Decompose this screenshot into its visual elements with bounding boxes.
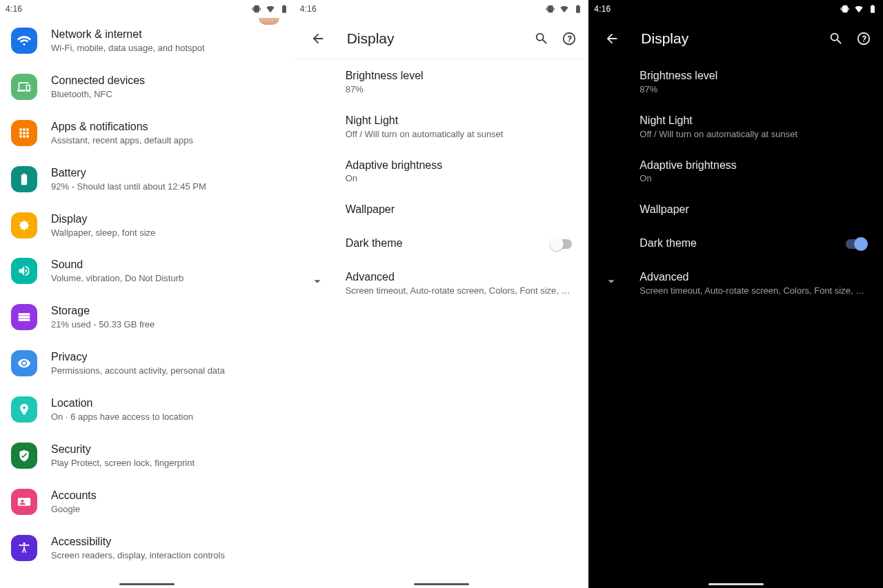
- display-item-nightlight[interactable]: Night LightOff / Will turn on automatica…: [295, 104, 589, 149]
- settings-item-battery[interactable]: Battery92% - Should last until about 12:…: [0, 156, 295, 203]
- storage-icon: [11, 304, 37, 330]
- display-item-title: Adaptive brightness: [639, 159, 871, 173]
- page-title: Display: [332, 30, 528, 47]
- settings-item-sound[interactable]: SoundVolume, vibration, Do Not Disturb: [0, 248, 295, 294]
- display-item-title: Advanced: [639, 270, 871, 285]
- nav-pill[interactable]: [708, 583, 764, 585]
- panel-display-light: 4:16 Display Brightness level87%Night Li…: [295, 0, 589, 588]
- display-item-title: Dark theme: [346, 236, 403, 251]
- header: Display: [588, 18, 883, 59]
- settings-item-brightness[interactable]: DisplayWallpaper, sleep, font size: [0, 203, 295, 249]
- display-item-subtitle: 87%: [346, 84, 577, 94]
- devices-icon: [11, 74, 37, 100]
- settings-item-wifi[interactable]: Network & internetWi-Fi, mobile, data us…: [0, 18, 295, 64]
- display-item-subtitle: Screen timeout, Auto-rotate screen, Colo…: [639, 285, 867, 296]
- display-item-title: Brightness level: [639, 69, 871, 83]
- dark-theme-switch[interactable]: [844, 237, 868, 251]
- battery-icon: [11, 166, 37, 192]
- display-item-title: Wallpaper: [346, 203, 577, 217]
- display-item-brightness[interactable]: Brightness level87%: [295, 59, 589, 104]
- vibrate-icon: [546, 4, 555, 14]
- security-icon: [11, 443, 37, 469]
- nav-pill[interactable]: [414, 583, 469, 585]
- settings-item-title: Location: [51, 396, 193, 410]
- expand-icon: [604, 274, 619, 292]
- display-item-subtitle: Off / Will turn on automatically at suns…: [346, 129, 577, 139]
- settings-item-subtitle: Google: [51, 504, 97, 516]
- display-item-darktheme[interactable]: Dark theme: [588, 227, 883, 261]
- wifi-status-icon: [266, 4, 275, 14]
- status-time: 4:16: [594, 4, 611, 14]
- display-item-title: Night Light: [639, 114, 871, 128]
- display-list: Brightness level87%Night LightOff / Will…: [295, 59, 589, 588]
- settings-item-title: Network & internet: [51, 28, 205, 41]
- display-item-brightness[interactable]: Brightness level87%: [588, 59, 883, 104]
- settings-item-subtitle: Play Protect, screen lock, fingerprint: [51, 458, 195, 469]
- settings-item-title: Accessibility: [51, 535, 225, 549]
- settings-list: Network & internetWi-Fi, mobile, data us…: [0, 18, 295, 588]
- search-button[interactable]: [822, 25, 850, 52]
- settings-item-title: Sound: [51, 258, 183, 272]
- settings-item-subtitle: Bluetooth, NFC: [51, 89, 145, 101]
- status-bar: 4:16: [0, 0, 295, 18]
- settings-item-subtitle: On · 6 apps have access to location: [51, 412, 193, 423]
- avatar-partial: [259, 18, 279, 25]
- display-item-wallpaper[interactable]: Wallpaper: [295, 193, 589, 227]
- settings-item-title: Apps & notifications: [51, 120, 193, 134]
- vibrate-icon: [840, 4, 850, 14]
- settings-item-title: Privacy: [51, 350, 225, 364]
- settings-item-apps[interactable]: Apps & notificationsAssistant, recent ap…: [0, 110, 295, 156]
- display-item-adaptive[interactable]: Adaptive brightnessOn: [588, 149, 883, 194]
- help-button[interactable]: [850, 25, 877, 52]
- settings-item-accessibility[interactable]: AccessibilityScreen readers, display, in…: [0, 525, 295, 571]
- nav-pill[interactable]: [119, 583, 175, 585]
- display-item-wallpaper[interactable]: Wallpaper: [588, 193, 883, 227]
- wifi-status-icon: [854, 4, 864, 14]
- help-button[interactable]: [555, 25, 583, 52]
- settings-item-subtitle: Screen readers, display, interaction con…: [51, 550, 225, 562]
- search-button[interactable]: [528, 25, 555, 52]
- status-bar: 4:16: [588, 0, 883, 18]
- display-item-subtitle: On: [346, 173, 577, 183]
- settings-item-location[interactable]: LocationOn · 6 apps have access to locat…: [0, 387, 295, 433]
- settings-item-subtitle: 92% - Should last until about 12:45 PM: [51, 181, 206, 193]
- privacy-icon: [11, 350, 37, 376]
- back-button[interactable]: [598, 25, 626, 52]
- display-item-title: Night Light: [346, 114, 577, 128]
- panel-display-dark: 4:16 Display Brightness level87%Night Li…: [588, 0, 883, 588]
- settings-item-devices[interactable]: Connected devicesBluetooth, NFC: [0, 64, 295, 110]
- display-item-title: Wallpaper: [639, 203, 871, 217]
- settings-item-security[interactable]: SecurityPlay Protect, screen lock, finge…: [0, 433, 295, 479]
- display-item-nightlight[interactable]: Night LightOff / Will turn on automatica…: [588, 104, 883, 149]
- settings-item-title: Storage: [51, 304, 155, 318]
- vibrate-icon: [252, 4, 261, 14]
- display-item-advanced[interactable]: AdvancedScreen timeout, Auto-rotate scre…: [295, 261, 589, 305]
- header: Display: [295, 18, 589, 59]
- dark-theme-switch[interactable]: [550, 237, 573, 251]
- settings-item-title: Connected devices: [51, 74, 145, 88]
- sound-icon: [11, 258, 37, 284]
- back-button[interactable]: [304, 25, 332, 52]
- status-time: 4:16: [300, 4, 317, 14]
- settings-item-subtitle: Volume, vibration, Do Not Disturb: [51, 273, 183, 285]
- settings-item-title: Security: [51, 443, 195, 456]
- display-item-subtitle: Screen timeout, Auto-rotate screen, Colo…: [346, 285, 573, 296]
- settings-item-title: Accounts: [51, 489, 97, 503]
- display-item-subtitle: Off / Will turn on automatically at suns…: [639, 129, 871, 139]
- display-item-adaptive[interactable]: Adaptive brightnessOn: [295, 149, 589, 194]
- wifi-status-icon: [559, 4, 569, 14]
- settings-item-subtitle: Wallpaper, sleep, font size: [51, 227, 155, 239]
- display-item-subtitle: On: [639, 173, 871, 183]
- settings-item-subtitle: Wi-Fi, mobile, data usage, and hotspot: [51, 43, 205, 54]
- settings-item-accounts[interactable]: AccountsGoogle: [0, 479, 295, 525]
- location-icon: [11, 396, 37, 423]
- display-item-advanced[interactable]: AdvancedScreen timeout, Auto-rotate scre…: [588, 261, 883, 305]
- display-item-subtitle: 87%: [639, 84, 871, 94]
- settings-item-storage[interactable]: Storage21% used - 50.33 GB free: [0, 294, 295, 341]
- display-list: Brightness level87%Night LightOff / Will…: [588, 59, 883, 588]
- settings-item-title: Display: [51, 212, 155, 226]
- settings-item-privacy[interactable]: PrivacyPermissions, account activity, pe…: [0, 341, 295, 387]
- display-item-darktheme[interactable]: Dark theme: [295, 227, 589, 261]
- settings-item-subtitle: 21% used - 50.33 GB free: [51, 319, 155, 331]
- status-time: 4:16: [6, 4, 22, 14]
